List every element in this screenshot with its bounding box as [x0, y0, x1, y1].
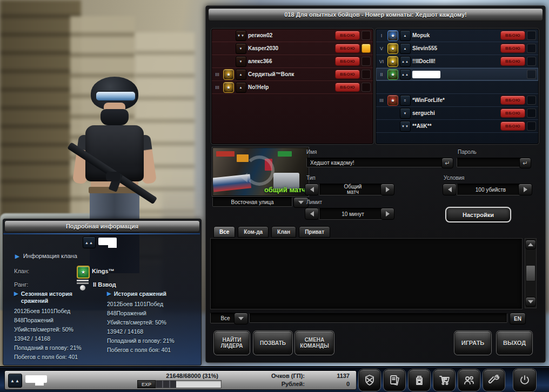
chat-input[interactable]: [249, 313, 507, 323]
map-select[interactable]: Восточная улица: [212, 197, 307, 207]
rank-icon: ▲▲: [400, 56, 411, 67]
clan-emblem-icon: ★: [387, 95, 398, 106]
limit-value: 10 минут: [319, 208, 387, 220]
in-battle-badge: ВБОЮ: [500, 57, 525, 66]
rank-icon: ▼: [236, 43, 246, 54]
change-team-button[interactable]: СМЕНА КОМАНДЫ: [295, 331, 334, 355]
info-panel-title: Подробная информация: [4, 220, 200, 232]
player-row[interactable]: ▼serguchiВБОЮ: [376, 107, 538, 120]
player-row[interactable]: VI★▲▲!!IIDocIII!ВБОЮ: [376, 55, 538, 68]
find-leader-button[interactable]: НАЙТИ ЛИДЕРА: [214, 331, 250, 355]
shop-button[interactable]: [433, 369, 455, 391]
clan-emblem-icon: ★: [77, 266, 90, 279]
player-row[interactable]: ▼алекс366ВБОЮ: [212, 55, 373, 68]
player-row[interactable]: V★▲Slevin555ВБОЮ: [376, 42, 538, 55]
community-button[interactable]: [458, 369, 480, 391]
cart-icon: [438, 374, 451, 387]
scroll-down-button[interactable]: [525, 297, 536, 307]
chevron-down-icon[interactable]: [234, 313, 248, 325]
player-row[interactable]: ▼▼регион02ВБОЮ: [212, 29, 373, 42]
rank-icon: ▲: [400, 30, 411, 41]
chat-tab-все[interactable]: Все: [213, 226, 235, 238]
enter-icon[interactable]: ↵: [519, 158, 531, 168]
clan-level-numeral: VI: [377, 59, 386, 64]
player-name: регион02: [248, 32, 333, 38]
stat-line: 2012Боев 1101Побед: [107, 301, 199, 307]
player-name: алекс366: [248, 58, 333, 64]
map-mode-overlay: общий матч: [264, 186, 306, 193]
chat-tab-ком-да[interactable]: Ком-да: [238, 226, 269, 238]
marker-slot: [361, 31, 371, 40]
player-row[interactable]: III★▲Сердитый™ВолкВБОЮ: [212, 68, 373, 81]
backpack-icon: [413, 374, 426, 387]
rank-icon: ▲▲: [83, 236, 96, 248]
clan-emblem-icon: ★: [387, 69, 398, 80]
chat-tab-приват[interactable]: Приват: [299, 226, 330, 238]
limit-next-button[interactable]: [380, 208, 394, 220]
wrench-icon: [487, 374, 500, 387]
player-name: Slevin555: [412, 45, 499, 51]
player-row[interactable]: III★≡*WinForLife*ВБОЮ: [376, 94, 538, 107]
exit-button[interactable]: ВЫХОД: [497, 331, 532, 355]
stat-line: Попаданий в голову: 21%: [107, 337, 199, 344]
map-select-value[interactable]: Восточная улица: [212, 197, 292, 207]
cards-button[interactable]: [384, 369, 405, 391]
room-name-input[interactable]: Хедшот каждому!: [306, 158, 447, 167]
type-next-button[interactable]: [380, 184, 394, 195]
rank-icon: ≡: [400, 95, 411, 106]
options-button[interactable]: [483, 369, 505, 391]
divider: [3, 233, 200, 234]
stat-line: 848Поражений: [14, 317, 106, 323]
conditions-value: 100 убийств: [457, 184, 525, 195]
password-input[interactable]: [457, 158, 525, 167]
limit-prev-button[interactable]: [305, 208, 319, 220]
player-row[interactable]: ▼Kasper2030ВБОЮ: [212, 42, 373, 55]
season-stats-lines: 2012Боев 1101Побед848ПораженийУбийств/см…: [14, 308, 106, 360]
platoon-insignia-icon: [77, 279, 89, 290]
conditions-next-button[interactable]: [518, 184, 532, 195]
marker-slot: [527, 109, 536, 118]
invite-button[interactable]: ПОЗВАТЬ: [253, 331, 292, 355]
quit-button[interactable]: [513, 369, 536, 391]
room-name-label: Имя: [306, 149, 317, 155]
marker-slot: [361, 83, 371, 92]
character-mask: [101, 109, 129, 125]
marker-slot: [527, 121, 536, 131]
conditions-prev-button[interactable]: [443, 184, 457, 195]
chat-messages[interactable]: [210, 238, 523, 309]
rank-icon: ▲: [236, 82, 246, 93]
clan-info-link[interactable]: ▶ Информация клана: [15, 253, 77, 259]
player-name: serguchi: [412, 110, 499, 116]
player-row[interactable]: II★▲▲: [376, 68, 538, 81]
play-button[interactable]: ИГРАТЬ: [454, 331, 491, 355]
chat-tab-клан[interactable]: Клан: [271, 226, 296, 238]
stat-line: Убийств/смертей: 50%: [14, 326, 106, 333]
in-battle-badge: ВБОЮ: [500, 31, 525, 40]
chat-language-button[interactable]: EN: [510, 313, 526, 325]
scroll-up-button[interactable]: [525, 240, 536, 249]
scrollbar-track[interactable]: [526, 249, 535, 297]
stat-line: 13942 / 14168: [14, 335, 106, 342]
censored-player-name: [98, 238, 117, 245]
enter-icon[interactable]: ↵: [441, 158, 453, 168]
stat-line: Побегов с поля боя: 401: [107, 347, 199, 353]
inventory-button[interactable]: [409, 369, 430, 391]
censored-player-name: [412, 71, 525, 78]
settings-button[interactable]: Настройки: [445, 207, 511, 222]
player-name: Сердитый™Волк: [248, 71, 333, 77]
in-battle-badge: ВБОЮ: [335, 57, 360, 66]
chat-scrollbar[interactable]: [525, 238, 537, 308]
player-row[interactable]: ▼▼**AliK**ВБОЮ: [376, 120, 538, 133]
type-prev-button[interactable]: [305, 184, 319, 195]
player-row[interactable]: III★▲No!HelpВБОЮ: [212, 81, 373, 94]
power-icon: [518, 374, 531, 387]
clan-emblem-button[interactable]: [359, 369, 380, 391]
scrollbar-thumb[interactable]: [526, 265, 535, 281]
player-row[interactable]: [376, 81, 538, 94]
in-battle-badge: ВБОЮ: [500, 109, 525, 118]
player-row[interactable]: I★▲MopukВБОЮ: [376, 29, 538, 42]
in-battle-badge: ВБОЮ: [335, 44, 360, 53]
clan-level-numeral: III: [213, 85, 222, 90]
points-label: Очков (ГП):: [216, 373, 305, 379]
room-leader-marker-icon: [361, 44, 371, 53]
